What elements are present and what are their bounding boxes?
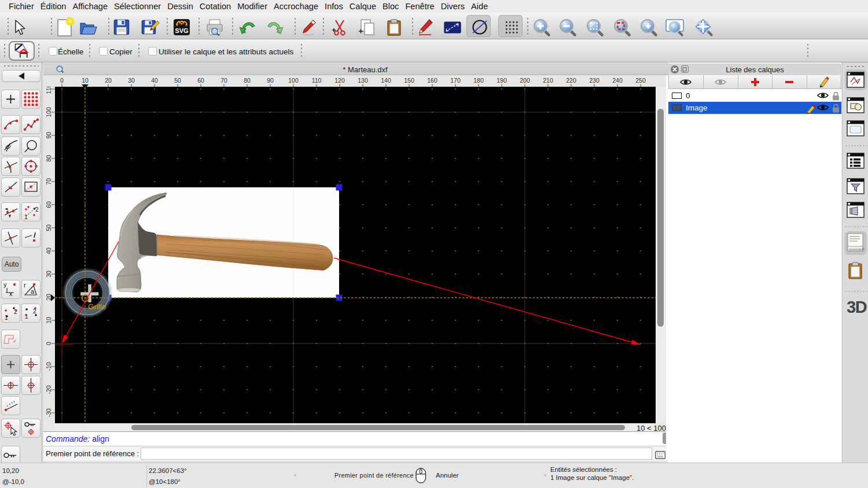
svg-text:command: command: [849, 247, 864, 251]
svg-text:a: a: [31, 288, 35, 295]
svg-text:130: 130: [358, 77, 368, 84]
svg-text:90: 90: [267, 77, 274, 84]
svg-text:70: 70: [45, 178, 52, 185]
svg-text:Grille: Grille: [88, 302, 106, 311]
svg-text:140: 140: [381, 77, 391, 84]
svg-text:230: 230: [589, 77, 599, 84]
svg-text:30: 30: [45, 271, 52, 278]
svg-text:120: 120: [334, 77, 345, 84]
svg-text:100: 100: [288, 77, 299, 84]
svg-text:-10: -10: [45, 362, 52, 371]
svg-text:50: 50: [45, 224, 52, 231]
svg-text:SVG: SVG: [175, 27, 188, 34]
svg-text:220: 220: [566, 77, 576, 84]
svg-text:30: 30: [128, 77, 135, 84]
svg-text:40: 40: [45, 247, 52, 254]
svg-text:10: 10: [45, 317, 52, 324]
svg-text:-30: -30: [45, 408, 52, 417]
svg-text:-20: -20: [45, 385, 52, 394]
svg-text:110: 110: [312, 77, 322, 84]
svg-text:0: 0: [45, 342, 52, 345]
svg-text:200: 200: [520, 77, 530, 84]
svg-text:60: 60: [197, 77, 204, 84]
svg-text:0: 0: [60, 77, 64, 84]
svg-text:2: 2: [35, 206, 39, 213]
svg-text:80: 80: [45, 155, 52, 162]
svg-text:80: 80: [244, 77, 251, 84]
svg-text:r: r: [24, 282, 26, 289]
svg-text:10: 10: [82, 77, 89, 84]
svg-text:y: y: [3, 281, 7, 288]
svg-text:150: 150: [404, 77, 414, 84]
svg-text:190: 190: [496, 77, 507, 84]
svg-text:70: 70: [220, 77, 227, 84]
svg-text:110: 110: [45, 87, 52, 94]
svg-text:240: 240: [612, 77, 623, 84]
svg-text:100: 100: [45, 107, 52, 117]
svg-text:170: 170: [450, 77, 461, 84]
svg-text:180: 180: [473, 77, 484, 84]
svg-text:40: 40: [151, 77, 158, 84]
svg-text:20: 20: [105, 77, 112, 84]
svg-text:90: 90: [45, 132, 52, 139]
svg-text:50: 50: [174, 77, 181, 84]
svg-text:60: 60: [45, 201, 52, 208]
svg-text:2: 2: [33, 308, 36, 315]
svg-text:250: 250: [635, 77, 646, 84]
svg-text:x: x: [9, 290, 13, 297]
svg-text:210: 210: [543, 77, 553, 84]
svg-text:1: 1: [24, 214, 28, 220]
svg-text:160: 160: [427, 77, 437, 84]
